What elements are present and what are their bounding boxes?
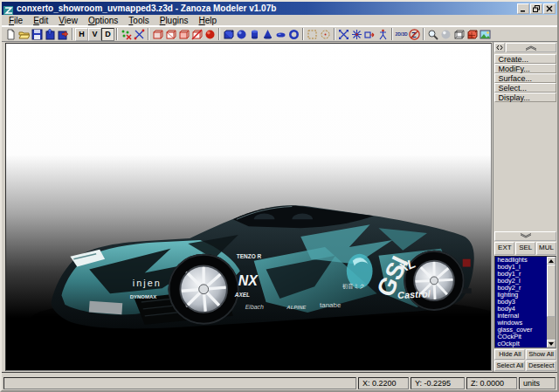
create-sphere-icon[interactable] [235, 28, 248, 41]
menu-bar: File Edit View Options Tools Plugins Hel… [2, 15, 557, 26]
menu-edit[interactable]: Edit [28, 16, 53, 25]
import-file-icon[interactable] [44, 28, 57, 41]
command-surface[interactable]: Surface... [494, 73, 556, 83]
menu-help[interactable]: Help [194, 16, 223, 25]
select-all-button[interactable]: Select All [494, 361, 525, 371]
background-image-icon[interactable] [479, 28, 492, 41]
modify-scale-icon[interactable] [337, 28, 350, 41]
viewport-3d[interactable]: injen DYNOMAX TENZO R NX AXEL Eibach ALP… [5, 43, 492, 371]
list-item[interactable]: glass_cover [495, 327, 547, 334]
create-cone-icon[interactable] [261, 28, 274, 41]
scroll-track[interactable] [547, 265, 556, 340]
save-file-icon[interactable] [31, 28, 44, 41]
sphere-mode-icon[interactable] [204, 28, 217, 41]
modify-extrude-icon[interactable] [363, 28, 376, 41]
faces-mode-a-icon[interactable] [151, 28, 164, 41]
list-item[interactable]: lighting [495, 292, 547, 299]
scroll-down-button[interactable] [547, 340, 556, 347]
list-item[interactable]: body1_l [495, 264, 547, 271]
decal-tanabe: tanabe [320, 301, 342, 309]
mode-mul-button[interactable]: MUL [536, 242, 556, 255]
toggle-vertices-icon[interactable] [120, 28, 133, 41]
select-circle-icon[interactable] [319, 28, 332, 41]
shaded-view-icon[interactable] [439, 28, 452, 41]
mode-sel-button[interactable]: SEL [515, 242, 535, 255]
show-all-button[interactable]: Show All [526, 349, 556, 360]
list-item[interactable]: body4 [495, 306, 547, 313]
menu-options[interactable]: Options [83, 16, 123, 25]
menu-tools[interactable]: Tools [123, 16, 154, 25]
command-create[interactable]: Create... [494, 54, 556, 64]
new-file-icon[interactable] [4, 28, 17, 41]
z-disabled-icon[interactable]: Z [408, 28, 421, 41]
list-item[interactable]: body2_r [495, 285, 547, 292]
status-units: units [519, 377, 556, 389]
faces-mode-b-icon[interactable] [164, 28, 177, 41]
list-item[interactable]: windows [495, 320, 547, 327]
menu-view[interactable]: View [53, 16, 83, 25]
list-item[interactable]: body3 [495, 299, 547, 306]
create-box-icon[interactable] [222, 28, 235, 41]
visibility-buttons: Hide All Show All [494, 349, 556, 360]
menu-file[interactable]: File [3, 16, 28, 25]
faces-off-icon[interactable] [190, 28, 204, 41]
scroll-thumb[interactable] [547, 265, 556, 317]
objects-rolldown-button[interactable] [494, 231, 556, 241]
hide-all-button[interactable]: Hide All [494, 349, 525, 360]
menu-plugins[interactable]: Plugins [155, 16, 194, 25]
command-modify[interactable]: ModiFy... [494, 64, 556, 73]
title-bar[interactable]: conxerto_showroom_uvmapped3.z3d - Zanoza… [2, 2, 557, 15]
list-item[interactable]: headlights [495, 257, 547, 264]
app-icon [3, 3, 14, 14]
dock-toggle-button[interactable] [494, 43, 505, 52]
command-display[interactable]: Display... [494, 93, 556, 102]
selection-modes: EXT SEL MUL [494, 242, 556, 255]
create-ellipse-icon[interactable] [274, 28, 287, 41]
select-quad-icon[interactable] [306, 28, 319, 41]
export-file-icon[interactable] [57, 28, 70, 41]
mode-ext-button[interactable]: EXT [494, 242, 514, 255]
decal-dynomax: DYNOMAX [130, 294, 156, 299]
status-bar: X: 0.2200 Y: -0.2295 Z: 0.0000 units [2, 376, 557, 390]
textured-view-icon[interactable] [466, 28, 479, 41]
decal-tenzo: TENZO R [237, 253, 262, 259]
view-divided-button[interactable]: D [101, 28, 114, 41]
deselect-button[interactable]: Deselect [526, 361, 556, 371]
minimize-button[interactable] [517, 3, 529, 14]
objects-list: headlights body1_l body1_r body2_l body2… [495, 257, 547, 347]
restore-button[interactable] [530, 3, 542, 14]
decal-injen: injen [133, 278, 162, 288]
move-vertices-icon[interactable] [133, 28, 146, 41]
create-torus-icon[interactable] [287, 28, 300, 41]
scroll-up-button[interactable] [547, 257, 556, 265]
decal-eibach: Eibach [245, 304, 264, 310]
close-button[interactable] [543, 3, 556, 14]
decal-nx: NX [238, 273, 259, 288]
status-x: X: 0.2200 [358, 377, 409, 389]
wireframe-view-icon[interactable] [452, 28, 466, 41]
list-item[interactable]: COckPit [495, 334, 547, 340]
decal-miku: 初音ミク [342, 283, 365, 290]
view-vertical-button[interactable]: V [88, 28, 101, 41]
panel-minibar [494, 43, 556, 53]
list-item[interactable]: cOckpIt [495, 340, 547, 347]
toggle-2d3d-icon[interactable]: 2D/3D [395, 28, 408, 41]
list-item[interactable]: body2_l [495, 278, 547, 285]
view-horizontal-button[interactable]: H [75, 28, 88, 41]
modify-star-icon[interactable] [350, 28, 363, 41]
create-cylinder-icon[interactable] [248, 28, 261, 41]
status-z: Z: 0.0000 [466, 377, 517, 389]
decal-castrol: Castrol [397, 288, 431, 300]
objects-listbox: headlights body1_l body1_r body2_l body2… [494, 256, 556, 348]
decal-axel: AXEL [234, 292, 250, 298]
open-file-icon[interactable] [17, 28, 31, 41]
list-item[interactable]: body1_r [495, 271, 547, 278]
command-select[interactable]: Select... [494, 83, 556, 93]
zoom-tool-icon[interactable] [426, 28, 439, 41]
list-scrollbar[interactable] [547, 257, 556, 347]
rollup-button[interactable] [506, 43, 556, 52]
modify-bones-icon[interactable] [376, 28, 390, 41]
faces-mode-c-icon[interactable] [177, 28, 190, 41]
list-item[interactable]: internal [495, 313, 547, 320]
right-panel: Create... ModiFy... Surface... Select...… [493, 42, 557, 372]
